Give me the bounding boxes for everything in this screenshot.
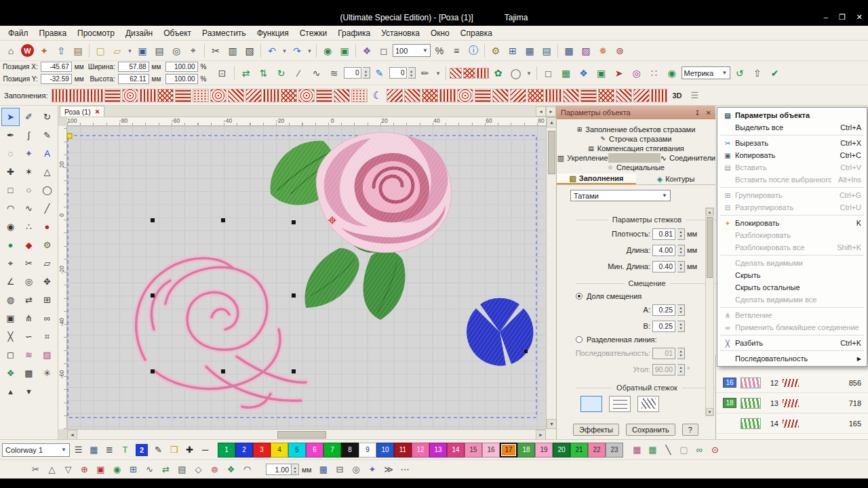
lattice-tool[interactable]: ▩ bbox=[20, 364, 38, 382]
underlay-button[interactable]: ▥ Укрепление bbox=[557, 153, 608, 163]
design-globe-icon[interactable]: ◉ bbox=[319, 43, 336, 59]
scroll-down-icon[interactable]: ▼ bbox=[547, 419, 557, 429]
stop-point-icon[interactable]: ▣ bbox=[94, 462, 108, 476]
color-swatch-7[interactable]: 7 bbox=[323, 443, 341, 458]
mirror-v-icon[interactable]: ⇅ bbox=[256, 65, 272, 81]
width-pct-input[interactable]: 100.00 bbox=[165, 62, 198, 72]
color-swatch-20[interactable]: 20 bbox=[553, 443, 570, 458]
fill-pattern-1[interactable] bbox=[52, 89, 68, 102]
fill-pattern-11[interactable] bbox=[228, 89, 244, 102]
height-input[interactable]: 62.11 bbox=[118, 74, 149, 84]
star-tool[interactable]: ✶ bbox=[20, 163, 38, 181]
backstitch-option-3[interactable] bbox=[637, 396, 659, 412]
fill-pattern-27[interactable] bbox=[528, 89, 544, 102]
line-tool[interactable]: ╱ bbox=[38, 199, 56, 218]
min-length-input[interactable]: 0.40 bbox=[652, 261, 675, 272]
color-swatch-17[interactable]: 17 bbox=[500, 443, 517, 458]
fill-pattern-17[interactable] bbox=[334, 89, 350, 102]
horizontal-scroll-thumb[interactable] bbox=[277, 431, 326, 439]
hoop-select-icon[interactable]: ◻ bbox=[540, 65, 557, 81]
mirror-tool[interactable]: ⇄ bbox=[20, 291, 38, 309]
pencil-icon[interactable]: ✎ bbox=[372, 65, 388, 81]
fill-pattern-21[interactable] bbox=[422, 89, 438, 102]
fill-pattern-15[interactable] bbox=[298, 89, 315, 102]
color-swatch-22[interactable]: 22 bbox=[588, 443, 606, 458]
filled-rose-head[interactable] bbox=[316, 132, 451, 252]
measure-tool[interactable]: ∠ bbox=[1, 272, 20, 291]
array-tool[interactable]: ⊞ bbox=[38, 291, 56, 309]
effects-button[interactable]: Эффекты bbox=[573, 424, 619, 436]
palette-grid-icon[interactable]: ▦ bbox=[87, 443, 101, 457]
print-icon[interactable]: ▤ bbox=[151, 43, 167, 59]
context-menu-item-5[interactable]: ▤ВставитьCtrl+V bbox=[717, 161, 867, 174]
color-swatch-13[interactable]: 13 bbox=[429, 443, 447, 458]
thread-chart2-icon[interactable]: ▦ bbox=[646, 443, 660, 457]
sequence-input[interactable]: 01 bbox=[652, 348, 675, 359]
hoop-icon[interactable]: ◻ bbox=[376, 43, 392, 59]
slice-tool[interactable]: ╳ bbox=[1, 327, 20, 346]
blank-color-icon[interactable]: ▢ bbox=[677, 443, 691, 457]
fill-pattern-20[interactable] bbox=[404, 89, 420, 102]
fill-pattern-28[interactable] bbox=[545, 89, 561, 102]
magic-wand-tool[interactable]: ✦ bbox=[20, 144, 38, 163]
height-pct-input[interactable]: 100.00 bbox=[165, 74, 198, 84]
mannequin-icon[interactable]: ❖ bbox=[359, 43, 375, 59]
chevrons-icon[interactable]: ≫ bbox=[381, 462, 395, 476]
stitch-length-input[interactable]: 1.00 bbox=[266, 464, 292, 475]
horizontal-scrollbar[interactable]: ◄ ► bbox=[67, 429, 546, 439]
rotate-angle-input[interactable]: 0 bbox=[344, 67, 361, 79]
fill-pattern-26[interactable] bbox=[510, 89, 526, 102]
skew-angle-input-spinner[interactable] bbox=[408, 67, 416, 79]
fill-pattern-18[interactable] bbox=[351, 89, 368, 102]
smooth-tool[interactable]: ∽ bbox=[20, 327, 38, 346]
gear-tool[interactable]: ⚙ bbox=[38, 236, 56, 254]
fill-pattern-10[interactable] bbox=[210, 89, 226, 102]
list-view-icon[interactable]: ▤ bbox=[538, 43, 555, 59]
save-icon[interactable]: ▣ bbox=[134, 43, 151, 59]
sequence-view-icon[interactable]: ⊞ bbox=[505, 43, 521, 59]
color-swatch-23[interactable]: 23 bbox=[606, 443, 623, 458]
skew-angle-input[interactable]: 0 bbox=[389, 67, 407, 79]
thread-chart-icon[interactable]: ▦ bbox=[630, 443, 644, 457]
refresh-icon[interactable]: ↺ bbox=[732, 65, 748, 81]
rhinestone-fill-button[interactable]: ⊞ Заполнение объектов стразами bbox=[557, 125, 715, 134]
design-canvas-art[interactable] bbox=[67, 126, 546, 429]
undo-menu-icon[interactable]: ▾ bbox=[281, 43, 288, 59]
connectors-button[interactable]: ∿ Соединители bbox=[660, 153, 715, 163]
context-menu-item-10[interactable]: Разблокировать bbox=[717, 229, 867, 241]
scroll-left-icon[interactable]: ◄ bbox=[67, 430, 77, 440]
colorway-list-icon[interactable]: ☰ bbox=[71, 443, 85, 457]
swap-icon[interactable]: ⇄ bbox=[159, 462, 173, 476]
fill-3d[interactable]: 3D bbox=[669, 89, 685, 102]
color-swatch-5[interactable]: 5 bbox=[288, 443, 306, 458]
arc-tool[interactable]: ◠ bbox=[1, 199, 20, 218]
color-swatch-4[interactable]: 4 bbox=[271, 443, 288, 458]
color-swatch-6[interactable]: 6 bbox=[306, 443, 323, 458]
rotate-angle-input-spinner[interactable] bbox=[363, 67, 370, 79]
zoom-in-tool[interactable]: ◎ bbox=[20, 272, 38, 291]
shape-circle-icon[interactable]: ◯ bbox=[508, 65, 524, 81]
color-swatch-15[interactable]: 15 bbox=[465, 443, 482, 458]
color-swatch-12[interactable]: 12 bbox=[412, 443, 429, 458]
sequence-spinner[interactable] bbox=[677, 348, 685, 359]
add-color-icon[interactable]: ✚ bbox=[182, 443, 197, 457]
offset-b-spinner[interactable] bbox=[677, 321, 685, 332]
fill-pattern-12[interactable] bbox=[245, 89, 262, 102]
motif-icon[interactable]: ▨ bbox=[578, 43, 594, 59]
connect-tool[interactable]: ∞ bbox=[38, 309, 56, 327]
open-recent-icon[interactable]: ▾ bbox=[126, 43, 134, 59]
machine-connect-icon[interactable]: ◉ bbox=[110, 462, 124, 476]
split-line-radio[interactable] bbox=[576, 336, 583, 343]
fill-moon-icon[interactable]: ☾ bbox=[369, 89, 385, 102]
collapse-icon[interactable]: ⊟ bbox=[332, 462, 347, 476]
context-menu-item-6[interactable]: Вставить после выбранногоAlt+Ins bbox=[717, 174, 867, 186]
length-spinner[interactable] bbox=[677, 245, 685, 256]
color-swatch-2[interactable]: 2 bbox=[235, 443, 253, 458]
redo-menu-icon[interactable]: ▾ bbox=[306, 43, 313, 59]
vector-import-icon[interactable]: ⇧ bbox=[53, 43, 69, 59]
width-input[interactable]: 57.88 bbox=[118, 62, 149, 72]
zoom-tool-icon[interactable]: ⌖ bbox=[185, 43, 201, 59]
grid-pin-tool[interactable]: ⌗ bbox=[38, 327, 56, 346]
scroll-up-icon[interactable]: ▲ bbox=[547, 117, 557, 127]
no-color-icon[interactable]: ╲ bbox=[661, 443, 675, 457]
